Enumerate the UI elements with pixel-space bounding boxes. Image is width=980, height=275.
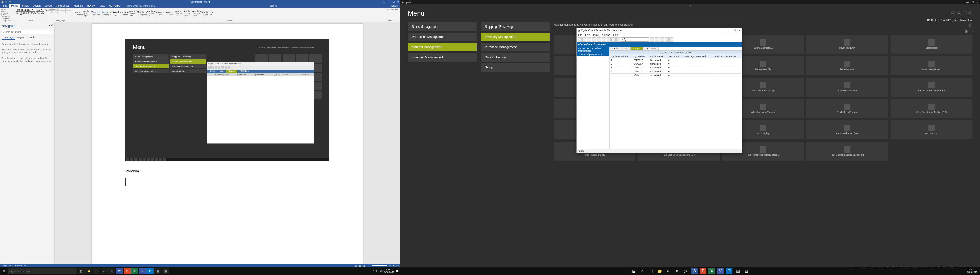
nav-fwd-icon[interactable]: →: [957, 11, 961, 15]
tab-acrobat[interactable]: ACROBAT: [107, 4, 123, 8]
paragraph-buttons[interactable]: [49, 8, 72, 14]
tb-save-icon[interactable]: [582, 38, 587, 41]
menu-item[interactable]: Edit: [585, 33, 590, 36]
menu-item[interactable]: Tools: [593, 33, 598, 36]
app-icon[interactable]: ▦: [154, 268, 161, 274]
tray-volume-icon[interactable]: 🔊: [380, 270, 383, 272]
taskbar-search-input[interactable]: ○ Type here to search: [8, 268, 76, 274]
share-button[interactable]: Share: [389, 4, 400, 8]
grid-row[interactable]: 39/6/2017Scheduled0: [610, 66, 742, 70]
taskbar-clock[interactable]: 1:31 PM8/30/2017: [384, 269, 394, 274]
cut-button[interactable]: Cut: [3, 10, 6, 13]
tab-mailings[interactable]: Mailings: [72, 4, 85, 8]
tb-refresh-icon[interactable]: [592, 38, 596, 41]
app-tile[interactable]: Count Tag Entry: [807, 35, 888, 54]
style-item[interactable]: AaBbCcDcIntense Re...: [194, 8, 203, 18]
style-item[interactable]: AaBbCcDcIntense E...: [148, 8, 157, 18]
powerpoint-icon[interactable]: P: [124, 268, 130, 274]
nav-tab-results[interactable]: Results: [26, 35, 38, 40]
grow-font-icon[interactable]: A▴: [45, 9, 48, 11]
find-button[interactable]: 🔍 Find ▾: [387, 8, 396, 11]
visio-icon[interactable]: V: [139, 268, 146, 274]
nav-home-icon[interactable]: ⌂: [963, 11, 967, 15]
style-item[interactable]: AaBbCcDcBook Title: [204, 8, 212, 18]
grid-header[interactable]: Start Count Sequence: [712, 54, 741, 58]
tell-me-input[interactable]: Tell me what you want to do...: [123, 4, 158, 8]
tb-nav-last-icon[interactable]: [670, 38, 673, 41]
zoom-slider[interactable]: [372, 266, 387, 266]
view-print-icon[interactable]: ▦: [359, 264, 361, 267]
tb-new-icon[interactable]: [578, 38, 582, 41]
nav-tab-pages[interactable]: Pages: [15, 35, 26, 40]
ie-icon[interactable]: e: [674, 269, 680, 274]
view-read-icon[interactable]: ▤: [355, 264, 357, 267]
font-name-select[interactable]: Calibri (Body): [16, 8, 35, 12]
outlook-icon[interactable]: O: [146, 268, 154, 274]
sidebar-subitem[interactable]: Setup: [481, 63, 550, 72]
tb-nav-prev-icon[interactable]: [660, 38, 664, 41]
sidebar-subitem[interactable]: Data Collection: [481, 53, 550, 62]
grid-header[interactable]: Cycle Status: [649, 54, 667, 58]
menu-item[interactable]: Help: [613, 33, 619, 36]
strike-button[interactable]: abc: [22, 12, 27, 14]
text-effects-icon[interactable]: A▾: [33, 12, 37, 14]
app-tile[interactable]: Parts Dashboard (AP): [807, 120, 888, 139]
start-button[interactable]: ⊞: [630, 269, 637, 274]
tab-home[interactable]: Home: [9, 4, 20, 8]
style-item[interactable]: AaBTitle: [111, 8, 120, 18]
gear-icon[interactable]: ⚙: [968, 23, 972, 28]
tb-delete-icon[interactable]: [587, 38, 591, 41]
app-tile[interactable]: Cost Adjustment Tracker (AP): [891, 99, 972, 118]
start-button[interactable]: ⊞: [0, 267, 8, 275]
excel-icon[interactable]: X: [131, 268, 138, 274]
italic-button[interactable]: I: [18, 12, 19, 14]
word-icon[interactable]: W: [116, 268, 123, 274]
grid-header[interactable]: Date Tags Generated: [683, 54, 712, 58]
sidebar-item[interactable]: Financial Management: [408, 53, 477, 62]
style-item[interactable]: AaBbCcDcSubtle Ref...: [185, 8, 194, 18]
status-page[interactable]: Page 1 of 1: [2, 264, 13, 267]
maximize-icon[interactable]: ☐: [393, 0, 395, 3]
tb-search-input[interactable]: [621, 38, 649, 41]
font-size-select[interactable]: 11: [36, 8, 45, 12]
maximize-icon[interactable]: ☐: [972, 1, 974, 3]
powerpoint-icon[interactable]: P: [700, 269, 706, 274]
nav-tab-headings[interactable]: Headings: [2, 35, 15, 40]
tab-design[interactable]: Design: [30, 4, 43, 8]
tab-references[interactable]: References: [54, 4, 72, 8]
grid-header[interactable]: Total Parts: [667, 54, 683, 58]
paste-button[interactable]: Paste: [1, 8, 6, 10]
app-tile[interactable]: Cross Dock: [891, 35, 972, 54]
status-proof-icon[interactable]: ✎: [24, 264, 26, 267]
tab-view[interactable]: View: [97, 4, 107, 8]
chrome-icon[interactable]: ◎: [108, 268, 115, 274]
close-icon[interactable]: ✕: [977, 1, 978, 3]
app-tile[interactable]: Part Tracker: [891, 120, 972, 139]
minimize-icon[interactable]: —: [966, 1, 969, 3]
grid-row[interactable]: 19/4/2017Scheduled0: [610, 58, 742, 62]
tray-chevron-icon[interactable]: ˄: [373, 270, 374, 272]
tb-undo-icon[interactable]: [602, 38, 606, 41]
zoom-in-button[interactable]: +: [390, 264, 391, 267]
app-tile[interactable]: Available to Promise: [807, 99, 888, 118]
tb-cut-icon[interactable]: [607, 38, 611, 41]
tb-search-icon[interactable]: [650, 38, 654, 41]
copy-button[interactable]: Copy: [3, 13, 8, 15]
grid-header[interactable]: Cycle Sequence: [610, 54, 633, 58]
word-icon[interactable]: W: [691, 269, 698, 274]
action-center-icon[interactable]: 💬: [396, 270, 399, 272]
explorer-icon[interactable]: 📁: [85, 268, 92, 274]
sidebar-subitem[interactable]: Inventory Management: [481, 33, 550, 41]
document-area[interactable]: Menu Material Management > Inventory Man…: [55, 22, 400, 264]
style-item[interactable]: AaBbCcDcStrong: [158, 8, 166, 18]
style-item[interactable]: AaBbCcDcIntense Q...: [176, 8, 185, 18]
tree-header[interactable]: ▸ Cycle Count Schedules: [576, 42, 742, 47]
outlook-icon[interactable]: O: [726, 269, 732, 274]
explorer-icon[interactable]: 📁: [656, 269, 663, 274]
tb-nav-next-icon[interactable]: [665, 38, 669, 41]
redo-icon[interactable]: ↷: [9, 0, 12, 3]
tb-copy-icon[interactable]: [611, 38, 616, 41]
grid-row[interactable]: 29/5/2017Scheduled0: [610, 62, 742, 66]
sidebar-item[interactable]: Production Management: [408, 33, 477, 41]
menu-item[interactable]: File: [578, 33, 582, 36]
